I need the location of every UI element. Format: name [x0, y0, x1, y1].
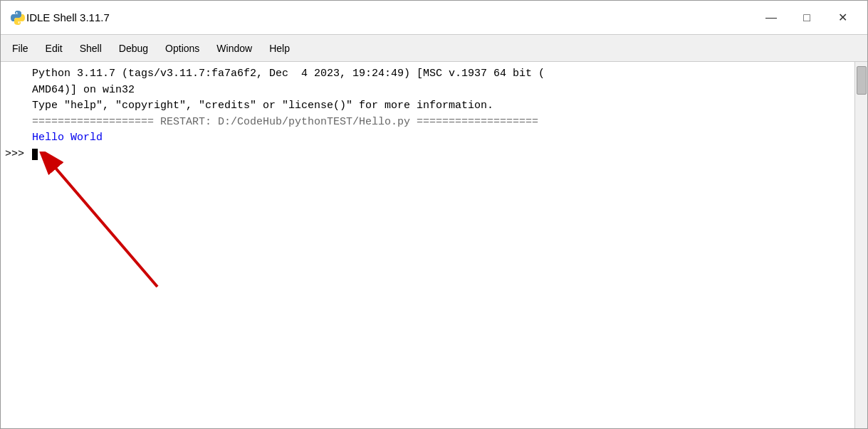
menu-bar: File Edit Shell Debug Options Window Hel… [1, 35, 867, 62]
scrollbar-thumb[interactable] [857, 66, 867, 95]
shell-output[interactable]: Python 3.11.7 (tags/v3.11.7:fa7a6f2, Dec… [1, 62, 854, 428]
separator-text: =================== RESTART: D:/CodeHub/… [32, 115, 854, 131]
output-line-3: Type "help", "copyright", "credits" or "… [1, 98, 854, 115]
minimize-button[interactable]: — [755, 6, 788, 29]
close-button[interactable]: ✕ [826, 6, 859, 29]
menu-edit[interactable]: Edit [37, 40, 71, 57]
active-prompt: >>> [1, 147, 32, 163]
active-input[interactable] [32, 147, 854, 163]
menu-options[interactable]: Options [157, 40, 208, 57]
menu-debug[interactable]: Debug [110, 40, 157, 57]
active-prompt-line: >>> [1, 147, 854, 163]
window-title: IDLE Shell 3.11.7 [26, 11, 755, 23]
menu-help[interactable]: Help [261, 40, 298, 57]
maximize-button[interactable]: □ [790, 6, 823, 29]
output-line-1: Python 3.11.7 (tags/v3.11.7:fa7a6f2, Dec… [1, 66, 854, 83]
shell-area: Python 3.11.7 (tags/v3.11.7:fa7a6f2, Dec… [1, 62, 867, 428]
red-arrow-annotation [29, 152, 186, 294]
window-controls: — □ ✕ [755, 6, 859, 29]
menu-file[interactable]: File [4, 40, 37, 57]
cursor [32, 149, 38, 160]
idle-window: IDLE Shell 3.11.7 — □ ✕ File Edit Shell … [0, 0, 868, 429]
menu-window[interactable]: Window [208, 40, 261, 57]
output-text-2: AMD64)] on win32 [32, 83, 854, 99]
output-text-1: Python 3.11.7 (tags/v3.11.7:fa7a6f2, Dec… [32, 66, 854, 83]
menu-shell[interactable]: Shell [71, 40, 110, 57]
hello-world-text: Hello World [32, 130, 854, 147]
output-line-2: AMD64)] on win32 [1, 83, 854, 99]
prompt-empty-3 [1, 98, 32, 115]
prompt-empty-1 [1, 66, 32, 83]
separator-line: =================== RESTART: D:/CodeHub/… [1, 115, 854, 131]
vertical-scrollbar[interactable] [854, 62, 867, 428]
prompt-empty-2 [1, 83, 32, 99]
prompt-empty-sep [1, 115, 32, 131]
python-icon [9, 9, 26, 26]
svg-line-1 [51, 162, 157, 287]
prompt-empty-hw [1, 130, 32, 147]
title-bar: IDLE Shell 3.11.7 — □ ✕ [1, 1, 867, 35]
output-text-3: Type "help", "copyright", "credits" or "… [32, 98, 854, 115]
hello-world-line: Hello World [1, 130, 854, 147]
